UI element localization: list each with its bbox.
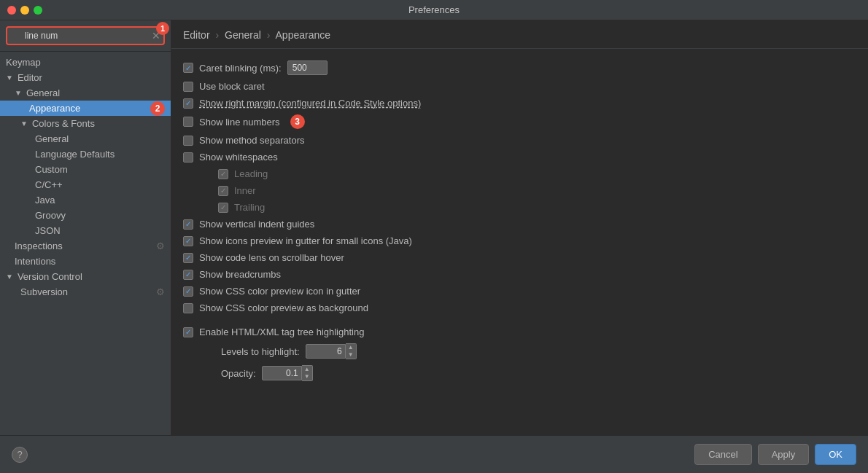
show-line-numbers-row: Show line numbers 3 <box>183 112 856 132</box>
version-control-label: Version Control <box>18 271 82 282</box>
java-label: Java <box>35 195 55 206</box>
apply-button[interactable]: Apply <box>758 444 810 465</box>
use-block-caret-checkbox[interactable] <box>183 82 193 92</box>
show-method-separators-checkbox[interactable] <box>183 136 193 146</box>
opacity-spinner[interactable]: ▲ ▼ <box>262 365 313 381</box>
groovy-label: Groovy <box>35 210 66 221</box>
close-button[interactable] <box>7 6 16 15</box>
cancel-button[interactable]: Cancel <box>694 444 751 465</box>
breadcrumb-part2: General <box>225 29 261 41</box>
show-icons-preview-checkbox[interactable] <box>183 236 193 246</box>
sidebar-item-cpp[interactable]: C/C++ <box>0 177 171 192</box>
show-code-lens-checkbox[interactable] <box>183 253 193 263</box>
minimize-button[interactable] <box>20 6 29 15</box>
inner-checkbox[interactable] <box>218 186 228 196</box>
opacity-down-arrow[interactable]: ▼ <box>302 373 312 380</box>
levels-value-input[interactable] <box>306 344 346 359</box>
ok-button[interactable]: OK <box>815 444 856 465</box>
window-controls[interactable] <box>7 6 42 15</box>
caret-blinking-checkbox[interactable] <box>183 63 193 73</box>
sidebar-item-keymap[interactable]: Keymap <box>0 55 171 70</box>
sidebar-item-version-control[interactable]: ▼ Version Control <box>0 269 171 284</box>
sidebar-item-groovy[interactable]: Groovy <box>0 208 171 223</box>
opacity-value-input[interactable] <box>262 366 302 380</box>
sidebar-item-json[interactable]: JSON <box>0 223 171 238</box>
json-label: JSON <box>35 225 61 236</box>
show-breadcrumbs-label: Show breadcrumbs <box>199 269 281 280</box>
opacity-spinner-arrows: ▲ ▼ <box>302 365 313 381</box>
show-right-margin-label: Show right margin (configured in Code St… <box>199 98 421 109</box>
leading-label: Leading <box>234 168 268 179</box>
show-vertical-indent-label: Show vertical indent guides <box>199 219 314 230</box>
show-code-lens-label: Show code lens on scrollbar hover <box>199 252 344 263</box>
sidebar-item-custom[interactable]: Custom <box>0 162 171 177</box>
maximize-button[interactable] <box>34 6 42 15</box>
show-vertical-indent-row: Show vertical indent guides <box>183 216 856 232</box>
show-whitespaces-checkbox[interactable] <box>183 152 193 163</box>
custom-label: Custom <box>35 164 68 175</box>
show-icons-preview-row: Show icons preview in gutter for small i… <box>183 232 856 249</box>
sidebar-item-appearance[interactable]: Appearance 2 <box>0 101 171 116</box>
levels-highlight-label: Levels to highlight: <box>221 346 300 357</box>
sidebar-item-colors-fonts[interactable]: ▼ Colors & Fonts <box>0 116 171 131</box>
sidebar-item-language-defaults[interactable]: Language Defaults <box>0 146 171 162</box>
colors-fonts-triangle: ▼ <box>20 120 28 128</box>
show-right-margin-checkbox[interactable] <box>183 98 193 109</box>
enable-html-xml-label: Enable HTML/XML tag tree highlighting <box>199 327 364 337</box>
caret-blinking-input[interactable] <box>287 60 328 75</box>
show-whitespaces-label: Show whitespaces <box>199 152 278 163</box>
help-button[interactable]: ? <box>12 447 28 463</box>
sidebar-item-general[interactable]: ▼ General <box>0 85 171 101</box>
show-icons-preview-label: Show icons preview in gutter for small i… <box>199 235 412 246</box>
sidebar-item-java[interactable]: Java <box>0 192 171 208</box>
show-line-numbers-checkbox[interactable] <box>183 117 193 127</box>
show-css-color-bg-label: Show CSS color preview as background <box>199 302 368 313</box>
editor-triangle: ▼ <box>6 74 13 82</box>
sidebar-item-inspections[interactable]: Inspections ⚙ <box>0 238 171 254</box>
trailing-label: Trailing <box>234 202 265 213</box>
show-css-color-bg-checkbox[interactable] <box>183 303 193 313</box>
show-css-color-preview-row: Show CSS color preview icon in gutter <box>183 283 856 300</box>
enable-html-xml-checkbox[interactable] <box>183 327 193 337</box>
show-css-color-preview-checkbox[interactable] <box>183 286 193 297</box>
sidebar-item-subversion[interactable]: Subversion ⚙ <box>0 284 171 300</box>
show-right-margin-row: Show right margin (configured in Code St… <box>183 95 856 112</box>
breadcrumb: Editor › General › Appearance <box>171 20 868 49</box>
show-breadcrumbs-checkbox[interactable] <box>183 270 193 280</box>
show-breadcrumbs-row: Show breadcrumbs <box>183 266 856 283</box>
general-triangle: ▼ <box>15 89 22 97</box>
leading-checkbox[interactable] <box>218 169 228 179</box>
breadcrumb-part3: Appearance <box>276 29 331 41</box>
sidebar-item-general2[interactable]: General <box>0 131 171 146</box>
leading-row: Leading <box>183 165 856 182</box>
search-input[interactable] <box>6 26 165 45</box>
enable-html-xml-row: Enable HTML/XML tag tree highlighting <box>183 324 856 340</box>
opacity-row: Opacity: ▲ ▼ <box>183 362 856 384</box>
sidebar-tree: Keymap ▼ Editor ▼ General Appearance 2 ▼… <box>0 52 171 435</box>
trailing-checkbox[interactable] <box>218 203 228 213</box>
levels-spinner[interactable]: ▲ ▼ <box>306 343 357 359</box>
colors-fonts-label: Colors & Fonts <box>32 118 95 129</box>
editor-label: Editor <box>18 72 42 83</box>
annotation-badge-3: 3 <box>290 114 305 129</box>
levels-down-arrow[interactable]: ▼ <box>346 351 356 359</box>
search-badge-1: 1 <box>156 22 169 35</box>
inner-label: Inner <box>234 185 256 196</box>
show-vertical-indent-checkbox[interactable] <box>183 219 193 230</box>
general2-label: General <box>35 133 69 144</box>
bottom-left: ? <box>12 447 28 463</box>
sidebar-item-intentions[interactable]: Intentions <box>0 254 171 269</box>
inspections-gear-icon[interactable]: ⚙ <box>156 241 165 251</box>
settings-panel: Caret blinking (ms): Use block caret Sho… <box>171 49 868 435</box>
show-line-numbers-label: Show line numbers <box>199 117 280 128</box>
subversion-gear-icon[interactable]: ⚙ <box>156 286 165 297</box>
sidebar-item-editor[interactable]: ▼ Editor <box>0 70 171 85</box>
trailing-row: Trailing <box>183 199 856 216</box>
window-title: Preferences <box>408 4 460 15</box>
keymap-label: Keymap <box>6 57 41 68</box>
title-bar: Preferences <box>0 0 868 20</box>
content-area: Editor › General › Appearance Caret blin… <box>171 20 868 435</box>
sidebar: 🔍 ✕ 1 Keymap ▼ Editor ▼ General Appearan… <box>0 20 171 435</box>
levels-up-arrow[interactable]: ▲ <box>346 344 356 351</box>
opacity-up-arrow[interactable]: ▲ <box>302 366 312 373</box>
